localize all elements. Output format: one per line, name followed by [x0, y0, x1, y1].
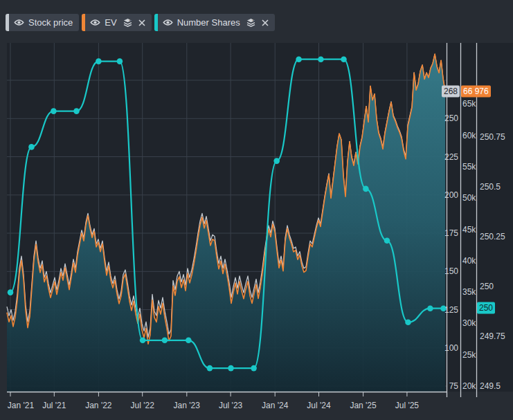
- number-shares-marker: [251, 365, 257, 372]
- x-axis-tick-label: Jan '25: [350, 401, 376, 410]
- number-shares-marker: [341, 56, 347, 62]
- number-shares-marker: [296, 56, 302, 62]
- shares-current-badge: 250: [477, 302, 495, 314]
- number-shares-marker: [186, 338, 192, 344]
- ev-axis-tick-label: 30k: [462, 318, 476, 328]
- number-shares-marker: [273, 158, 280, 164]
- legend-chip-number-shares[interactable]: Number Shares $: [154, 14, 275, 31]
- chart-canvas[interactable]: [0, 0, 513, 420]
- x-axis-tick-label: Jul '24: [307, 401, 330, 410]
- shares-axis-tick-label: 249.75: [480, 331, 505, 341]
- eye-icon[interactable]: [14, 19, 24, 26]
- ev-axis-tick-label: 65k: [462, 99, 476, 109]
- x-axis-tick-label: Jan '21: [8, 401, 34, 410]
- legend-accent-bar: [82, 14, 85, 31]
- number-shares-marker: [28, 144, 35, 150]
- legend-chip-label: Number Shares: [177, 17, 240, 28]
- x-axis-tick-label: Jul '21: [42, 401, 66, 410]
- x-axis-tick-label: Jan '22: [85, 401, 111, 410]
- ev-current-badge: 66 976: [461, 86, 491, 98]
- x-axis-tick-label: Jan '23: [174, 401, 200, 410]
- layers-icon[interactable]: $: [123, 18, 133, 28]
- number-shares-marker: [427, 305, 433, 311]
- number-shares-marker: [162, 338, 168, 344]
- price-axis-tick-label: 125: [444, 305, 458, 315]
- legend-accent-bar: [154, 14, 158, 31]
- number-shares-marker: [228, 365, 234, 372]
- number-shares-marker: [73, 108, 80, 114]
- legend-accent-bar: [6, 14, 9, 31]
- x-axis-tick-label: Jul '23: [219, 401, 242, 410]
- shares-axis-tick-label: 250: [480, 282, 494, 291]
- ev-axis-tick-label: 25k: [462, 350, 476, 360]
- svg-text:$: $: [129, 18, 131, 21]
- number-shares-marker: [96, 58, 102, 64]
- page-root: { "legend": { "items": [ {"label": "Stoc…: [0, 0, 513, 420]
- price-axis-tick-label: 75: [449, 381, 458, 391]
- svg-text:$: $: [252, 18, 254, 21]
- ev-axis-tick-label: 45k: [462, 225, 476, 235]
- price-axis-tick-label: 225: [444, 152, 458, 162]
- number-shares-marker: [8, 289, 14, 295]
- close-icon[interactable]: [138, 19, 145, 26]
- x-axis-tick-label: Jul '25: [395, 401, 419, 410]
- number-shares-marker: [117, 58, 123, 64]
- legend-chip-stock-price[interactable]: Stock price: [6, 14, 79, 31]
- legend-chip-label: Stock price: [28, 17, 73, 28]
- ev-axis-tick-label: 55k: [462, 162, 476, 172]
- eye-icon[interactable]: [90, 19, 100, 26]
- shares-axis-tick-label: 249.5: [480, 381, 501, 391]
- close-icon[interactable]: [262, 19, 269, 26]
- number-shares-marker: [363, 186, 369, 192]
- price-axis-tick-label: 175: [444, 228, 458, 238]
- legend-chip-label: EV: [105, 17, 116, 28]
- shares-axis-tick-label: 250.25: [480, 232, 505, 241]
- number-shares-marker: [207, 365, 213, 372]
- x-axis-tick-label: Jul '22: [131, 401, 154, 410]
- legend: Stock price EV $ Number Shares $: [6, 14, 275, 31]
- price-current-badge: 268: [442, 86, 460, 98]
- ev-axis-tick-label: 35k: [462, 287, 476, 297]
- eye-icon[interactable]: [163, 19, 173, 26]
- shares-axis-tick-label: 250.5: [480, 182, 501, 192]
- number-shares-marker: [140, 338, 146, 344]
- x-axis-tick-label: Jan '24: [262, 401, 288, 410]
- price-axis-tick-label: 250: [444, 113, 458, 123]
- ev-axis-tick-label: 60k: [462, 131, 476, 140]
- price-axis-tick-label: 150: [444, 266, 458, 276]
- layers-icon[interactable]: $: [246, 18, 256, 28]
- number-shares-marker: [405, 320, 411, 326]
- number-shares-marker: [51, 108, 57, 114]
- ev-axis-tick-label: 40k: [462, 256, 476, 266]
- ev-axis-tick-label: 20k: [462, 381, 476, 391]
- shares-axis-tick-label: 250.75: [480, 132, 505, 142]
- price-axis-tick-label: 100: [444, 343, 458, 353]
- price-axis-tick-label: 200: [444, 190, 458, 200]
- number-shares-marker: [384, 238, 390, 244]
- ev-axis-tick-label: 50k: [462, 193, 476, 203]
- legend-chip-ev[interactable]: EV $: [82, 14, 151, 31]
- number-shares-marker: [318, 56, 324, 62]
